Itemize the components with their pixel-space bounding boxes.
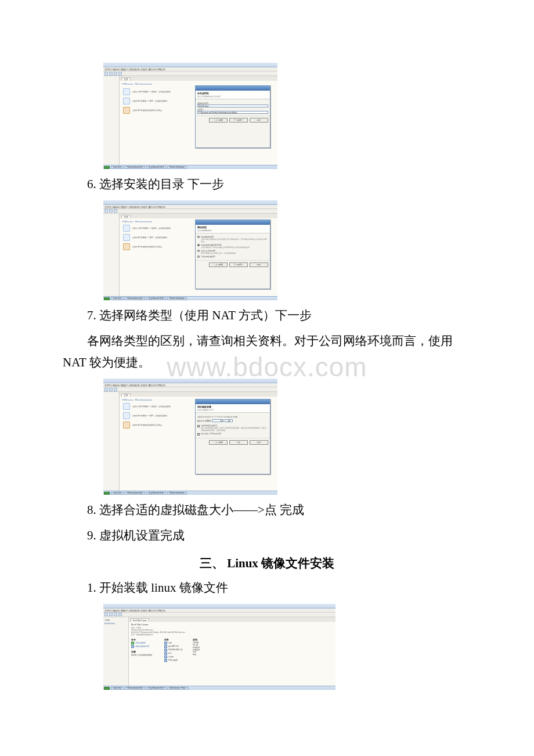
section-3-heading: 三、 Linux 镜像文件安装 bbox=[63, 555, 471, 571]
vm-window-titlebar bbox=[103, 200, 277, 205]
back-button[interactable]: < 上一步(B) bbox=[209, 118, 228, 123]
usb-icon bbox=[164, 659, 167, 662]
windows-taskbar: Linux 安装 VMware的Linux安装 文档 Microsoft Wor… bbox=[103, 165, 277, 169]
next-button[interactable]: 下一步(N) > bbox=[229, 118, 248, 123]
toolbar-button-icon bbox=[109, 72, 113, 75]
disk-size-input[interactable]: 8.0 bbox=[212, 419, 223, 422]
open-vm-icon bbox=[123, 422, 130, 429]
vm-summary-info: 状态: 已关机 客户操作系统: Red Hat Linux 配置文件: C:\D… bbox=[131, 627, 333, 636]
commands-column: 命令 启动该虚拟机 编辑该虚拟机设置 注释 在此输入对该虚拟机的描述。 bbox=[131, 638, 154, 663]
open-vm-icon bbox=[123, 243, 130, 250]
ver-value: 当前虚拟机的硬件版本 bbox=[136, 633, 153, 636]
vm-sidebar bbox=[103, 214, 120, 296]
step-9-text: 9. 虚拟机设置完成 bbox=[63, 525, 471, 547]
vm-feature-text: 点击此项目将修建当前虚拟机运行状态。 bbox=[132, 109, 164, 111]
network-option-nat[interactable]: 使用网络地址翻译(NAT)(E) 为客户端提供一种可使用来主计算机IP地址访问外… bbox=[197, 243, 268, 249]
vm-location-input[interactable]: C:\Documents and Settings\Administrator\… bbox=[197, 111, 268, 114]
checkbox-icon bbox=[197, 425, 200, 427]
dialog-body: 使用桥接网络(R) 为客户操作系统的定位提供直接访问计算机的途径。客户端在外部网… bbox=[196, 233, 270, 261]
toolbar-button-icon bbox=[104, 209, 108, 213]
device-cdrom: CD-ROM (IDE 1:0) bbox=[164, 649, 182, 651]
disk-option-allocate[interactable]: 分配所有磁盘空间(A) 通过分配所有磁盘空间，磁盘访问将有更高的性能。如果您没有… bbox=[197, 424, 268, 432]
network-option-bridged[interactable]: 使用桥接网络(R) 为客户操作系统的定位提供直接访问计算机的途径。客户端在外部网… bbox=[197, 235, 268, 243]
toolbar-button-icon bbox=[104, 388, 108, 391]
disk-size-row: 磁盘大小 (GB)(S): 8.0 GB bbox=[197, 419, 268, 422]
taskbar-item: VMware Workstation bbox=[167, 297, 187, 300]
screenshot-vm-name-dialog: 文件(F) 编辑(E) 视图(V) 虚拟机(M) 分组(T) 窗口(W) 帮助(… bbox=[103, 63, 277, 169]
taskbar-item: VMware Workstation bbox=[167, 166, 187, 169]
vm-name-input[interactable]: Red Hat Linux bbox=[197, 105, 268, 107]
vm-main-area: 主页 VMware Workstation 点击原因项目将新建一个虚拟机，这就建… bbox=[120, 214, 277, 296]
cmd-start-vm[interactable]: 启动该虚拟机 bbox=[131, 642, 154, 645]
vm-menubar: 文件(F) 编辑(E) 视图(V) 虚拟机(M) 分组(T) 窗口(W) 帮助(… bbox=[103, 609, 335, 613]
vm-toolbar bbox=[103, 613, 335, 617]
back-button[interactable]: < 上一步(B) bbox=[209, 262, 228, 267]
dialog-buttons: < 上一步(B) 完成 取消 bbox=[196, 438, 270, 447]
vm-menubar: 文件(F) 编辑(E) 视图(V) 虚拟机(M) 分组(T) 窗口(W) 帮助(… bbox=[103, 205, 277, 209]
dialog-title-text: 网络类型 bbox=[197, 226, 207, 229]
dialog-heading: 网络类型 您要添加哪类网络? bbox=[196, 225, 270, 233]
vm-tab-redhat: Red Hat Linux bbox=[131, 618, 149, 622]
commands-section-label: 命令 bbox=[131, 638, 154, 641]
back-button[interactable]: < 上一步(B) bbox=[209, 440, 228, 445]
dialog-heading: 命名虚拟机 您要为此虚拟机使用什么名称? bbox=[196, 91, 270, 99]
vm-feature-text: 点击原因项目将新建一个虚拟机，这就建立虚拟机。 bbox=[132, 405, 172, 408]
checkbox-label: 磁盘分割为 2GB 的文件(P) bbox=[201, 433, 221, 435]
dev-key: 软盘 bbox=[168, 652, 172, 654]
vm-summary-title: Red Hat Linux bbox=[131, 623, 333, 626]
open-vm-icon bbox=[123, 107, 130, 114]
disk-unit-spinner[interactable]: GB bbox=[225, 419, 233, 422]
taskbar-item: 文档 Microsoft Word bbox=[146, 687, 166, 690]
toolbar-button-icon bbox=[109, 613, 113, 616]
taskbar-item: VMware Workstation bbox=[167, 492, 187, 495]
start-button-icon bbox=[104, 492, 110, 495]
radio-icon bbox=[197, 255, 200, 258]
disk-option-split[interactable]: 磁盘分割为 2GB 的文件(P) bbox=[197, 432, 268, 436]
vm-window-titlebar bbox=[103, 604, 335, 609]
next-button[interactable]: 下一步(N) > bbox=[229, 262, 248, 267]
device-floppy: 软盘 bbox=[164, 652, 182, 655]
memory-icon bbox=[164, 642, 167, 645]
dev-key: 硬盘(IDE 0:0) bbox=[168, 645, 179, 647]
vm-feature-text: 点击原因项目将新建一个虚拟机，这就建立虚拟机。 bbox=[132, 91, 172, 93]
vm-toolbar bbox=[103, 387, 277, 392]
vm-window-titlebar bbox=[103, 379, 277, 383]
dialog-heading: 指定磁盘容量 您需要虚拟磁盘多大? bbox=[196, 404, 270, 413]
new-vm-icon bbox=[123, 403, 130, 410]
cancel-button[interactable]: 取消 bbox=[250, 118, 268, 123]
vm-feature-text: 点击此项目将新建一个管理，让您组织虚拟机。 bbox=[132, 236, 169, 239]
taskbar-item: 文档 Microsoft Word bbox=[146, 166, 166, 169]
vm-summary-panel: Red Hat Linux Red Hat Linux 状态: 已关机 客户操作… bbox=[129, 617, 335, 686]
screenshot-vm-summary: 文件(F) 编辑(E) 视图(V) 虚拟机(M) 分组(T) 窗口(W) 帮助(… bbox=[103, 604, 335, 690]
dev-value: 自动检测 bbox=[193, 649, 200, 651]
vm-sidebar bbox=[103, 392, 120, 491]
dialog-body: 虚拟机名称(V) Red Hat Linux 位置(L) C:\Document… bbox=[196, 99, 270, 116]
vm-main-area: 主页 VMware Workstation 点击原因项目将新建一个虚拟机，这就建… bbox=[120, 76, 277, 165]
new-team-icon bbox=[123, 412, 130, 419]
floppy-icon bbox=[164, 652, 167, 655]
radio-desc: 为客户操作系统的定位提供直接访问计算机的途径。客户端在外部网络上也有自己的IP地… bbox=[201, 238, 268, 243]
network-option-none[interactable]: 不使用网络连接(T) bbox=[197, 255, 268, 259]
sidebar-vm-entry[interactable]: Red Hat Linux bbox=[104, 622, 127, 625]
start-button-icon bbox=[104, 297, 110, 300]
vm-toolbar bbox=[103, 71, 277, 76]
dialog-title-text: 命名虚拟机 bbox=[197, 92, 209, 95]
edit-icon bbox=[131, 645, 134, 648]
taskbar-item: Linux 安装 bbox=[111, 297, 124, 300]
cancel-button[interactable]: 取消 bbox=[250, 440, 268, 445]
dev-key: 以太网 bbox=[168, 656, 174, 658]
taskbar-item: 文档 Microsoft Word bbox=[146, 492, 166, 495]
cancel-button[interactable]: 取消 bbox=[250, 262, 268, 267]
dialog-titlebar bbox=[196, 399, 270, 404]
dialog-subtitle: 您需要虚拟磁盘多大? bbox=[197, 409, 268, 411]
section-3-step-1: 1. 开始装载 linux 镜像文件 bbox=[63, 577, 471, 599]
toolbar-button-icon bbox=[109, 209, 113, 213]
cmd-edit-vm[interactable]: 编辑该虚拟机设置 bbox=[131, 645, 154, 648]
dialog-titlebar bbox=[196, 220, 270, 225]
document-content: 文件(F) 编辑(E) 视图(V) 虚拟机(M) 分组(T) 窗口(W) 帮助(… bbox=[0, 0, 534, 729]
new-team-icon bbox=[123, 234, 130, 241]
devices-section-label: 设备 bbox=[164, 638, 182, 641]
step-7-note: 各网络类型的区别，请查询相关资料。对于公司网络环境而言，使用 NAT 较为便捷。 bbox=[63, 330, 471, 375]
network-option-hostonly[interactable]: 使用仅主机网络(H) 将客户端连到主计算机上的一个私有虚拟网络。 bbox=[197, 249, 268, 255]
finish-button[interactable]: 完成 bbox=[229, 440, 248, 445]
